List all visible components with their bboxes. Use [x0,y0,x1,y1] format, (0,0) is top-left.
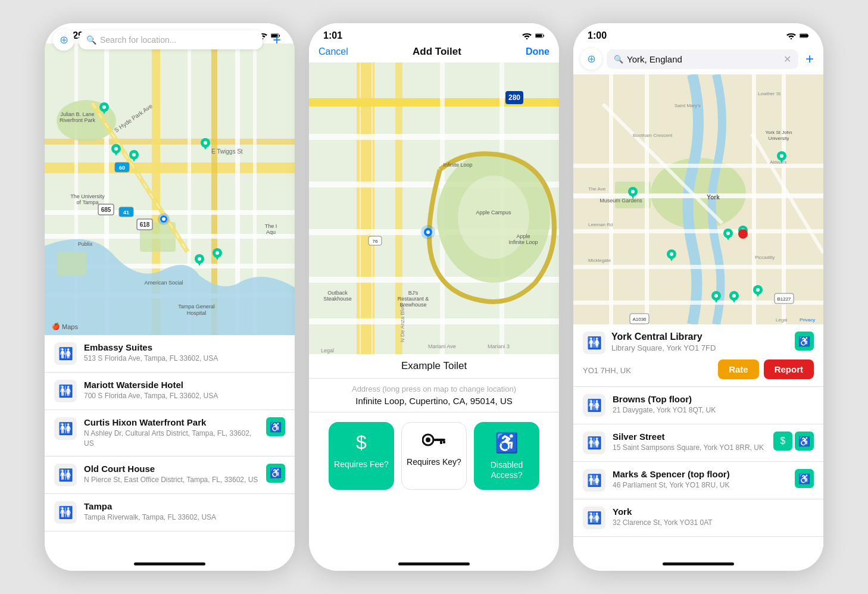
map-svg-york: The Ave Leeman Rd Micklegate Lowther St … [573,74,823,324]
svg-text:Publix: Publix [78,241,93,247]
svg-rect-120 [645,74,649,324]
wifi-icon [786,32,796,39]
cancel-button[interactable]: Cancel [319,46,348,57]
svg-text:Julian B. Lane: Julian B. Lane [60,111,94,117]
svg-text:Apple: Apple [516,233,530,239]
list-item[interactable]: 🚻 Mariott Waterside Hotel 700 S Florida … [45,373,295,410]
accessible-badge: ♿ [266,417,285,436]
list-item[interactable]: 🚻 York 32 Clarence St, York YO31 0AT [573,499,823,537]
list-item[interactable]: 🚻 Browns (Top floor) 21 Davygate, York Y… [573,387,823,424]
toilet-name-display[interactable]: Example Toilet [309,354,559,379]
status-bar-2: 1:01 [309,23,559,43]
done-button[interactable]: Done [526,46,549,57]
home-bar [134,562,205,565]
dollar-badge: $ [773,432,792,451]
item-addr: 513 S Florida Ave, Tampa, FL 33602, USA [84,354,285,364]
library-addr: Library Square, York YO1 7FD [611,343,789,352]
svg-text:Legal: Legal [776,317,788,323]
map-tampa[interactable]: S Hyde Park Ave E Twiggs St 685 618 60 4… [45,43,295,335]
svg-text:Micklegate: Micklegate [588,258,611,263]
svg-text:Outback: Outback [327,290,348,296]
badge-container: ♿ [266,464,285,483]
list-item[interactable]: 🚻 Tampa Tampa Riverwalk, Tampa, FL 33602… [45,494,295,532]
status-bar-3: 1:00 [573,23,823,43]
search-input-wrap-1[interactable]: 🔍 Search for location... [79,30,263,49]
svg-text:American Social: American Social [144,280,183,286]
badge-container: ♿ [795,469,814,488]
toilet-icon: 🚻 [54,464,77,486]
svg-point-60 [198,257,201,261]
home-bar [398,562,470,565]
item-name: Tampa [84,501,285,511]
svg-point-102 [426,230,430,234]
svg-rect-106 [440,441,442,444]
location-button-1[interactable]: ⊕ [53,29,74,51]
requires-key-button[interactable]: Requires Key? [401,422,467,490]
search-icon-3: 🔍 [614,55,623,64]
library-info: York Central Library Library Square, Yor… [611,332,789,357]
clear-button[interactable]: ✕ [783,54,791,65]
svg-text:Lowther St: Lowther St [758,91,781,96]
svg-text:685: 685 [101,207,111,213]
nav-bar-2: Cancel Add Toilet Done [309,43,559,62]
svg-point-154 [670,252,673,256]
dollar-sign-icon: $ [356,432,367,454]
toilet-icon-library: 🚻 [583,332,605,354]
map-york[interactable]: The Ave Leeman Rd Micklegate Lowther St … [573,74,823,324]
svg-text:Hospital: Hospital [187,310,207,316]
svg-point-157 [756,288,760,292]
svg-rect-66 [544,35,544,36]
svg-text:University: University [768,136,789,141]
apple-icon: 🍎 [52,323,60,330]
svg-text:York: York [707,194,720,201]
list-item[interactable]: 🚻 Old Court House N Pierce St, East Offi… [45,457,295,494]
phone-2: 1:01 Cancel Add Toilet Done [309,23,559,571]
list-item[interactable]: 🚻 Marks & Spencer (top floor) 46 Parliam… [573,462,823,499]
list-tampa: 🚻 Embassy Suites 513 S Florida Ave, Tamp… [45,335,295,557]
fee-label: Requires Fee? [334,459,389,470]
svg-text:Bootham Crescent: Bootham Crescent [633,133,673,138]
apple-maps-label: 🍎 Maps [52,323,78,330]
map-cupertino[interactable]: 280 N De Anza Blvd Infinite Loop Apple C… [309,62,559,354]
item-addr: Tampa Riverwalk, Tampa, FL 33602, USA [84,512,285,523]
battery-icon [800,32,809,39]
add-button-3[interactable]: + [803,51,816,67]
svg-text:60: 60 [119,165,125,171]
add-location-button[interactable]: + [267,30,286,49]
item-text: Tampa Tampa Riverwalk, Tampa, FL 33602, … [84,501,285,523]
sub-addr: YO1 7HH, UK [583,366,631,375]
svg-point-160 [714,294,718,298]
phone-1: 10:29 ⊕ 🔍 Search for location... + [45,23,295,571]
phone-3: 1:00 ⊕ 🔍 York, England ✕ + [573,23,823,571]
svg-point-82 [458,176,529,259]
time-3: 1:00 [588,30,607,41]
svg-text:N De Anza Blvd: N De Anza Blvd [399,305,405,342]
svg-text:Steakhouse: Steakhouse [323,296,352,302]
list-york: 🚻 Browns (Top floor) 21 Davygate, York Y… [573,387,823,557]
rate-button[interactable]: Rate [718,359,759,379]
svg-rect-111 [800,34,808,37]
home-indicator [45,557,295,571]
item-text: Old Court House N Pierce St, East Office… [84,464,259,485]
toilet-icon: 🚻 [54,417,77,440]
item-name: Browns (Top floor) [613,394,814,404]
svg-point-164 [738,229,748,239]
item-text: Mariott Waterside Hotel 700 S Florida Av… [84,380,285,401]
requires-fee-button[interactable]: $ Requires Fee? [329,422,394,490]
svg-rect-105 [433,439,445,441]
svg-point-145 [780,154,783,158]
list-item[interactable]: 🚻 Silver Street 15 Saint Sampsons Square… [573,424,823,462]
svg-text:Infinite Loop: Infinite Loop [508,239,538,245]
add-toilet-title: Add Toilet [413,46,461,58]
list-item[interactable]: 🚻 Embassy Suites 513 S Florida Ave, Tamp… [45,335,295,373]
svg-text:Legal: Legal [321,348,334,354]
accessible-badge-library: ♿ [795,332,814,351]
disabled-access-button[interactable]: ♿ Disabled Access? [474,422,539,490]
report-button[interactable]: Report [764,359,814,379]
crosshair-icon-3: ⊕ [587,52,596,65]
location-button-3[interactable]: ⊕ [580,48,602,70]
york-search-input[interactable]: 🔍 York, England ✕ [607,49,798,69]
list-item[interactable]: 🚻 Curtis Hixon Waterfront Park N Ashley … [45,410,295,457]
svg-text:of Tampa: of Tampa [77,199,99,205]
options-row: $ Requires Fee? Requires Key? ♿ Disabled… [309,412,559,499]
